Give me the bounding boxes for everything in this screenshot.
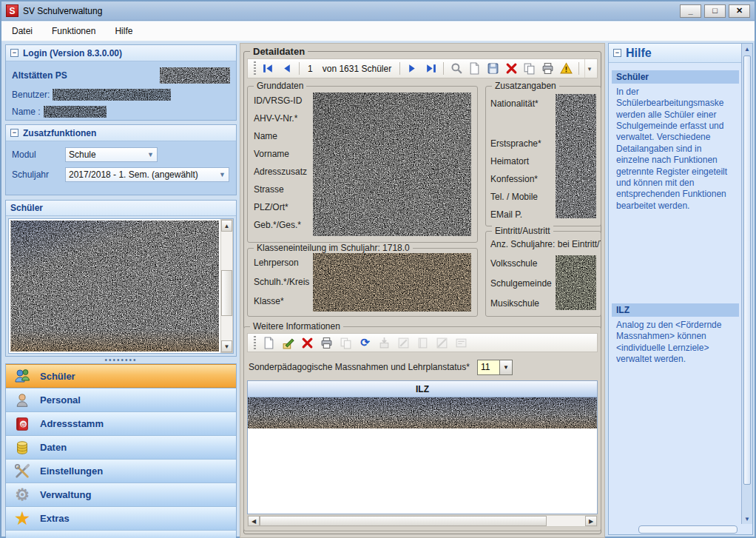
sidebar-item-label: Extras bbox=[40, 513, 70, 524]
collapse-login-icon[interactable]: − bbox=[10, 49, 18, 57]
toolbar-grip[interactable] bbox=[254, 61, 256, 75]
grunddaten-title: Grunddaten bbox=[254, 81, 306, 91]
toolbar-overflow-icon[interactable]: ▾ bbox=[584, 59, 594, 78]
help-content: Schüler In der Schülerbearbeitungsmaske … bbox=[612, 70, 739, 522]
student-list-title: Schüler bbox=[10, 203, 43, 213]
edit2-disabled-icon[interactable] bbox=[434, 335, 450, 351]
sidebar-item-daten[interactable]: Daten bbox=[6, 435, 236, 459]
sidebar-item-personal[interactable]: Personal bbox=[6, 388, 236, 411]
field-label: Nationalität* bbox=[490, 98, 541, 109]
sonder-label: Sonderpädagogische Massnahmen und Lehrpl… bbox=[249, 362, 470, 372]
menu-funktionen[interactable]: Funktionen bbox=[52, 26, 95, 36]
student-list-scrollbar[interactable]: ▲ ▼ bbox=[220, 219, 233, 353]
titlebar: S SV Schulverwaltung _ □ ✕ bbox=[1, 1, 755, 21]
sidebar-item-schueler[interactable]: Schüler bbox=[6, 364, 236, 388]
field-label: Heimatort bbox=[490, 156, 541, 167]
copy-item-icon[interactable] bbox=[338, 335, 354, 351]
save-icon[interactable] bbox=[486, 61, 501, 76]
sidebar-item-einstellungen[interactable]: Einstellungen bbox=[6, 459, 236, 482]
field-label: Lehrperson bbox=[254, 258, 309, 268]
ilz-table-header: ILZ bbox=[248, 381, 597, 397]
redacted-user-value bbox=[53, 89, 171, 101]
field-label: Vorname bbox=[254, 149, 307, 159]
lehrplanstatus-dropdown[interactable]: 11 ▼ bbox=[477, 360, 513, 375]
sidebar-item-verwaltung[interactable]: ⚙ Verwaltung bbox=[6, 482, 236, 506]
close-button[interactable]: ✕ bbox=[729, 4, 750, 18]
edit-disabled-icon[interactable] bbox=[396, 335, 411, 351]
new-record-icon[interactable] bbox=[468, 61, 482, 76]
school-name: Altstätten PS bbox=[12, 70, 67, 81]
edit-item-icon[interactable] bbox=[280, 335, 296, 351]
eintritt-note: Anz. Schuljahre: bei Eintritt/Tota bbox=[490, 239, 601, 249]
student-list[interactable]: ▲ ▼ bbox=[8, 218, 234, 354]
field-label: Strasse bbox=[254, 184, 307, 195]
refresh-icon[interactable]: ⟳ bbox=[357, 335, 373, 351]
help-section-ilz-heading: ILZ bbox=[612, 303, 739, 317]
help-horizontal-scrollbar[interactable] bbox=[638, 525, 738, 534]
sidebar-item-label: Einstellungen bbox=[40, 465, 103, 477]
scrollbar-thumb[interactable] bbox=[743, 56, 751, 485]
redacted-ilz-rows bbox=[248, 397, 597, 428]
notebook-icon[interactable] bbox=[415, 335, 431, 351]
last-record-icon[interactable] bbox=[424, 61, 439, 76]
sidebar-item-extras[interactable]: ★ Extras bbox=[6, 506, 236, 530]
chevron-down-icon[interactable]: ▼ bbox=[499, 360, 513, 375]
toolbar-grip[interactable] bbox=[254, 336, 256, 349]
schuljahr-combobox[interactable]: 2017/2018 - 1. Sem. (angewählt) ▼ bbox=[65, 167, 229, 182]
scroll-up-icon[interactable]: ▲ bbox=[221, 220, 232, 232]
ilz-horizontal-scrollbar[interactable]: ◀ ▶ bbox=[247, 515, 598, 527]
star-icon: ★ bbox=[13, 510, 31, 528]
lehrplanstatus-value: 11 bbox=[477, 360, 499, 375]
schuljahr-label: Schuljahr bbox=[12, 169, 65, 180]
klasseneinteilung-groupbox: Klasseneinteilung im Schuljahr: 1718.0 L… bbox=[247, 248, 478, 317]
search-icon[interactable] bbox=[449, 61, 464, 76]
modul-combobox[interactable]: Schule ▼ bbox=[65, 147, 158, 162]
sidebar-splitter[interactable]: •••••••• bbox=[5, 357, 237, 363]
minimize-button[interactable]: _ bbox=[680, 4, 701, 18]
help-scrollbar[interactable]: ▲ ▼ bbox=[741, 44, 752, 524]
new-item-icon[interactable] bbox=[261, 335, 277, 351]
sidebar-item-adressstamm[interactable]: @ Adressstamm bbox=[6, 411, 236, 435]
app-icon: S bbox=[6, 4, 18, 17]
field-label: EMail P. bbox=[490, 209, 541, 220]
collapse-help-icon[interactable]: − bbox=[613, 49, 621, 57]
menu-datei[interactable]: Datei bbox=[12, 26, 33, 36]
first-record-icon[interactable] bbox=[261, 61, 276, 76]
import-icon[interactable] bbox=[377, 335, 392, 351]
field-label: Schulgemeinde bbox=[490, 278, 552, 289]
eintritt-groupbox: Eintritt/Austritt Anz. Schuljahre: bei E… bbox=[485, 231, 601, 317]
scrollbar-thumb[interactable] bbox=[221, 270, 232, 316]
scroll-right-icon[interactable]: ▶ bbox=[585, 516, 597, 526]
scroll-down-icon[interactable]: ▼ bbox=[221, 340, 232, 352]
redacted-name-value bbox=[44, 106, 107, 118]
form-icon[interactable] bbox=[453, 335, 469, 351]
zusatzfunktionen-panel: − Zusatzfunktionen Modul Schule ▼ Schulj… bbox=[5, 124, 237, 195]
delete-item-icon[interactable] bbox=[300, 335, 315, 351]
person-icon bbox=[13, 391, 31, 409]
delete-icon[interactable] bbox=[504, 61, 519, 76]
previous-record-icon[interactable] bbox=[279, 61, 294, 76]
scroll-up-icon[interactable]: ▲ bbox=[742, 44, 752, 54]
scroll-down-icon[interactable]: ▼ bbox=[742, 514, 752, 524]
help-title: Hilfe bbox=[626, 47, 652, 60]
ilz-table[interactable]: ILZ bbox=[247, 380, 598, 514]
warning-icon[interactable] bbox=[558, 61, 573, 76]
address-book-icon: @ bbox=[13, 415, 31, 433]
zusatzangaben-groupbox: Zusatzangaben Nationalität* Erstsprache*… bbox=[485, 86, 601, 226]
field-label: PLZ/Ort* bbox=[254, 202, 307, 212]
next-record-icon[interactable] bbox=[405, 61, 420, 76]
scrollbar-thumb[interactable] bbox=[260, 516, 547, 526]
copy-icon[interactable] bbox=[522, 61, 537, 76]
redacted-zusatzangaben-values bbox=[556, 94, 596, 218]
field-label: Tel. / Mobile bbox=[490, 192, 541, 202]
detail-title: Detaildaten bbox=[250, 46, 308, 57]
scroll-left-icon[interactable]: ◀ bbox=[248, 516, 260, 526]
print-icon[interactable] bbox=[541, 61, 556, 76]
print-item-icon[interactable] bbox=[319, 335, 334, 351]
database-icon bbox=[13, 439, 31, 457]
collapse-zusatz-icon[interactable]: − bbox=[10, 129, 18, 137]
tools-icon bbox=[13, 463, 31, 480]
menu-hilfe[interactable]: Hilfe bbox=[115, 26, 132, 36]
maximize-button[interactable]: □ bbox=[704, 4, 726, 18]
field-label: Konfession* bbox=[490, 174, 541, 184]
